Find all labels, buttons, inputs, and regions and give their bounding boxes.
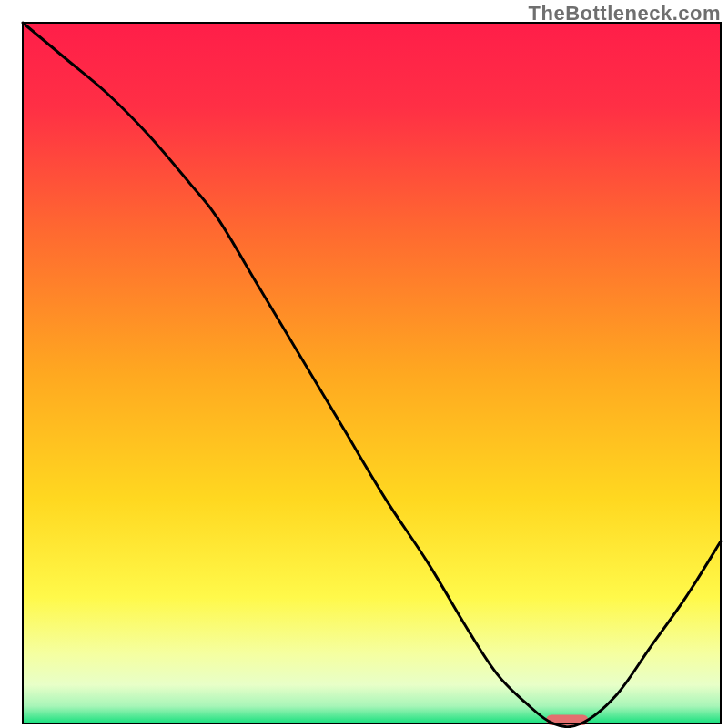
chart-container: TheBottleneck.com bbox=[0, 0, 728, 728]
gradient-background bbox=[23, 23, 721, 723]
watermark-text: TheBottleneck.com bbox=[529, 2, 721, 25]
bottleneck-chart bbox=[0, 0, 728, 728]
